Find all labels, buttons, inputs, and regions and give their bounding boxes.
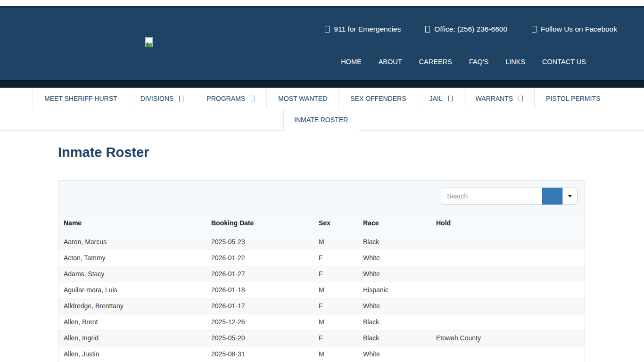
cell-hold: [431, 282, 585, 298]
inmate-roster-panel: Name Booking Date Sex Race Hold Aaron, M…: [58, 180, 585, 362]
dropdown-caret-icon: [519, 96, 523, 101]
cell-sex: F: [314, 250, 358, 266]
table-row[interactable]: Adams, Stacy 2026-01-27 F White: [58, 266, 585, 282]
table-row[interactable]: Alldredge, Brenttany 2026-01-17 F White: [58, 298, 585, 314]
secondary-nav-item[interactable]: SEX OFFENDERS: [339, 88, 417, 109]
cell-sex: M: [314, 282, 358, 298]
topbar-link[interactable]: Office: (256) 236-6600: [425, 25, 507, 33]
cell-race: White: [358, 298, 431, 314]
cell-hold: [431, 234, 585, 250]
cell-booking-date: 2025-12-26: [206, 314, 314, 330]
dropdown-caret-icon: [251, 96, 255, 101]
cell-name: Aaron, Marcus: [58, 234, 206, 250]
cell-race: Hispanic: [358, 282, 431, 298]
cell-race: Black: [358, 234, 431, 250]
secondary-nav-row: MEET SHERIFF HURST DIVISIONS PROGRAMS MO…: [33, 88, 611, 109]
cell-booking-date: 2025-05-20: [206, 330, 314, 346]
secondary-nav-item[interactable]: MEET SHERIFF HURST: [33, 88, 129, 109]
table-row[interactable]: Acton, Tammy 2026-01-22 F White: [58, 250, 585, 266]
dropdown-caret-icon: [448, 96, 453, 101]
secondary-nav-item-label: MOST WANTED: [278, 95, 327, 102]
roster-toolbar: [58, 181, 585, 212]
table-row[interactable]: Allen, Justin 2025-08-31 M White: [58, 346, 585, 362]
cell-name: Acton, Tammy: [58, 250, 206, 266]
column-header-race[interactable]: Race: [358, 212, 431, 234]
cell-name: Allen, Brent: [58, 314, 206, 330]
main-nav-item[interactable]: CONTACT US: [542, 58, 586, 66]
topbar-link[interactable]: Follow Us on Facebook: [532, 25, 617, 33]
secondary-nav-item[interactable]: WARRANTS: [464, 88, 535, 109]
secondary-nav-item[interactable]: PROGRAMS: [195, 88, 266, 109]
main-nav: HOME ABOUT CAREERS FAQ'S LINKS CONTACT U…: [341, 58, 586, 66]
cell-name: Allen, Justin: [58, 346, 206, 362]
site-logo[interactable]: [145, 37, 153, 47]
page-title: Inmate Roster: [58, 145, 644, 159]
cell-race: White: [358, 266, 431, 282]
secondary-nav-item-label: DIVISIONS: [140, 95, 174, 102]
dropdown-caret-icon: [179, 96, 183, 101]
secondary-nav-item-label: PISTOL PERMITS: [546, 95, 600, 102]
search-input[interactable]: [441, 188, 542, 205]
missing-glyph-icon: [532, 26, 537, 33]
topbar-contact-links: 911 for Emergencies Office: (256) 236-66…: [325, 25, 617, 33]
cell-name: Alldredge, Brenttany: [58, 298, 206, 314]
cell-booking-date: 2026-01-18: [206, 282, 314, 298]
cell-name: Aguilar-mora, Luis: [58, 282, 206, 298]
cell-name: Adams, Stacy: [58, 266, 206, 282]
topbar-link-label: Office: (256) 236-6600: [434, 25, 507, 33]
search-button[interactable]: [542, 188, 562, 205]
main-nav-item[interactable]: FAQ'S: [469, 58, 488, 66]
cell-hold: [431, 314, 585, 330]
secondary-nav: MEET SHERIFF HURST DIVISIONS PROGRAMS MO…: [0, 88, 644, 131]
search-options-dropdown-button[interactable]: [562, 188, 578, 205]
page-top-margin: [0, 0, 644, 6]
column-header-sex[interactable]: Sex: [314, 212, 358, 234]
secondary-nav-item[interactable]: DIVISIONS: [129, 88, 195, 109]
cell-booking-date: 2025-05-23: [206, 234, 314, 250]
column-header-hold[interactable]: Hold: [431, 212, 585, 234]
cell-sex: M: [314, 314, 358, 330]
main-nav-item[interactable]: LINKS: [505, 58, 525, 66]
cell-race: Black: [358, 330, 431, 346]
cell-sex: M: [314, 234, 358, 250]
table-body: Aaron, Marcus 2025-05-23 M Black Acton, …: [58, 234, 585, 362]
main-nav-item[interactable]: CAREERS: [419, 58, 452, 66]
cell-hold: [431, 250, 585, 266]
secondary-nav-item-label: MEET SHERIFF HURST: [44, 95, 117, 102]
inmate-roster-table: Name Booking Date Sex Race Hold Aaron, M…: [58, 212, 585, 362]
cell-hold: [431, 266, 585, 282]
table-header: Name Booking Date Sex Race Hold: [58, 212, 585, 234]
secondary-nav-item-label: JAIL: [429, 95, 443, 102]
search-group: [441, 188, 578, 205]
main-nav-item[interactable]: ABOUT: [379, 58, 402, 66]
cell-booking-date: 2025-08-31: [206, 346, 314, 362]
table-row[interactable]: Aguilar-mora, Luis 2026-01-18 M Hispanic: [58, 282, 585, 298]
table-row[interactable]: Allen, Ingrid 2025-05-20 F Black Etowah …: [58, 330, 585, 346]
broken-image-icon: [145, 37, 153, 47]
cell-hold: Etowah County: [431, 330, 585, 346]
cell-sex: F: [314, 298, 358, 314]
missing-glyph-icon: [425, 26, 430, 33]
main-content: Inmate Roster Name Booking Date Sex Race: [0, 145, 644, 362]
submenu-item-inmate-roster[interactable]: INMATE ROSTER: [283, 109, 358, 131]
cell-hold: [431, 298, 585, 314]
cell-race: White: [358, 346, 431, 362]
chevron-down-icon: [568, 195, 572, 197]
table-row[interactable]: Aaron, Marcus 2025-05-23 M Black: [58, 234, 585, 250]
secondary-nav-item[interactable]: MOST WANTED: [266, 88, 339, 109]
table-row[interactable]: Allen, Brent 2025-12-26 M Black: [58, 314, 585, 330]
column-header-booking-date[interactable]: Booking Date: [206, 212, 314, 234]
cell-name: Allen, Ingrid: [58, 330, 206, 346]
cell-booking-date: 2026-01-27: [206, 266, 314, 282]
column-header-name[interactable]: Name: [58, 212, 206, 234]
secondary-nav-item[interactable]: PISTOL PERMITS: [534, 88, 611, 109]
cell-booking-date: 2026-01-17: [206, 298, 314, 314]
topbar-link[interactable]: 911 for Emergencies: [325, 25, 401, 33]
cell-sex: F: [314, 330, 358, 346]
secondary-nav-item[interactable]: JAIL: [418, 88, 464, 109]
cell-booking-date: 2026-01-22: [206, 250, 314, 266]
main-nav-item[interactable]: HOME: [341, 58, 362, 66]
submenu-item-label: INMATE ROSTER: [294, 116, 348, 123]
cell-hold: [431, 346, 585, 362]
cell-race: White: [358, 250, 431, 266]
